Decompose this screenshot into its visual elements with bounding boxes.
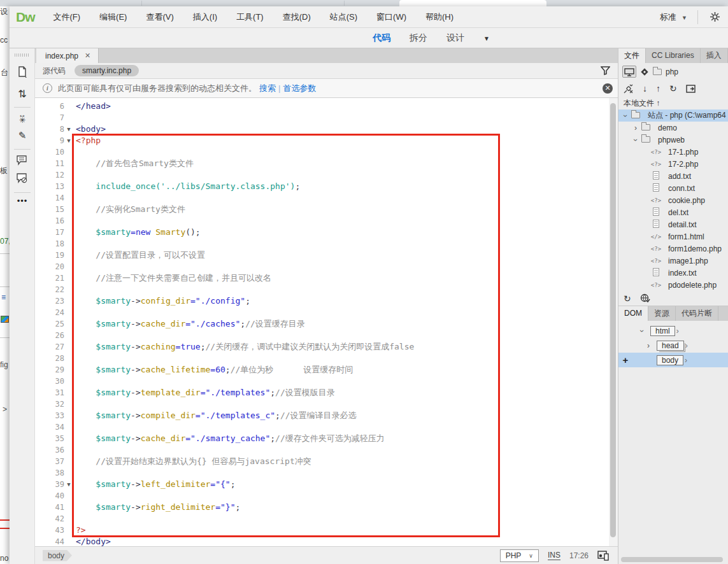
code-line-34[interactable]: 34 xyxy=(35,421,609,433)
panel-tab-cc-libraries[interactable]: CC Libraries xyxy=(646,48,701,63)
language-select[interactable]: PHP ∨ xyxy=(500,549,539,562)
code-line-42[interactable]: 42 xyxy=(35,513,609,525)
file-tree-row[interactable]: detail.txt xyxy=(618,218,728,230)
code-line-41[interactable]: 41 $smarty->right_delimiter="}"; xyxy=(35,502,609,513)
view-tab-code[interactable]: 代码 xyxy=(373,32,390,44)
dom-node-body[interactable]: +body› xyxy=(618,353,728,367)
dreamweaver-logo[interactable]: Dw xyxy=(10,10,44,25)
code-line-32[interactable]: 32 xyxy=(35,398,609,410)
workspace-switcher[interactable]: 标准▼ xyxy=(653,11,694,23)
code-line-8[interactable]: 8▼<body> xyxy=(35,123,609,135)
panel-horizontal-scrollbar[interactable] xyxy=(621,557,723,562)
file-tree-row[interactable]: </>form1.html xyxy=(618,230,728,243)
close-icon[interactable]: ✕ xyxy=(85,52,90,60)
code-line-9[interactable]: 9▼<?php xyxy=(35,135,609,146)
code-line-12[interactable]: 12 xyxy=(35,169,609,181)
expander-chevron-icon[interactable]: › xyxy=(621,113,630,119)
format-source-icon[interactable]: ✎ xyxy=(10,130,35,141)
expander-chevron-icon[interactable]: › xyxy=(638,328,646,334)
code-line-15[interactable]: 15 //实例化Smarty类文件 xyxy=(35,204,609,215)
code-line-16[interactable]: 16 xyxy=(35,215,609,227)
menu-item-tools[interactable]: 工具(T) xyxy=(227,6,273,28)
apply-comment-icon[interactable] xyxy=(10,155,35,166)
expander-chevron-icon[interactable]: › xyxy=(645,341,652,350)
file-tree-row[interactable]: <?>17-1.php xyxy=(618,146,728,158)
file-tree-row[interactable]: <?>pdodelete.php xyxy=(618,279,728,291)
tag-selector-body[interactable]: body xyxy=(43,550,72,561)
synchronize-icon[interactable]: ↻ xyxy=(669,83,677,94)
code-line-31[interactable]: 31 $smarty->template_dir="./templates";/… xyxy=(35,387,609,398)
file-tree-row[interactable]: conn.txt xyxy=(618,182,728,194)
device-preview-icon[interactable] xyxy=(597,551,609,561)
preview-in-browser-icon[interactable] xyxy=(640,293,650,303)
code-line-25[interactable]: 25 $smarty->cache_dir="./caches";//设置缓存目… xyxy=(35,318,609,330)
file-tree-row[interactable]: del.txt xyxy=(618,206,728,218)
panel-tab-dom[interactable]: DOM xyxy=(618,306,648,321)
code-line-21[interactable]: 21 //注意一下文件夹需要自己创建，并且可以改名 xyxy=(35,272,609,284)
site-folder-select[interactable]: php xyxy=(653,67,678,76)
file-tree-row[interactable]: ›站点 - php (C:\wamp64 xyxy=(618,109,728,122)
tab-index-php[interactable]: index.php ✕ xyxy=(36,48,99,63)
code-line-18[interactable]: 18 xyxy=(35,238,609,250)
view-tab-design[interactable]: 设计 xyxy=(446,32,464,44)
extract-icon[interactable] xyxy=(640,67,649,76)
code-line-22[interactable]: 22 xyxy=(35,284,609,295)
file-tree-row[interactable]: ›phpweb xyxy=(618,134,728,146)
add-element-icon[interactable]: + xyxy=(618,355,632,365)
dom-node-html[interactable]: ›html› xyxy=(618,323,728,338)
preferences-link[interactable]: 首选参数 xyxy=(283,83,316,94)
fold-arrow-icon[interactable]: ▼ xyxy=(64,479,73,490)
code-line-23[interactable]: 23 $smarty->config_dir="./config"; xyxy=(35,295,609,307)
view-tab-split[interactable]: 拆分 xyxy=(410,32,427,44)
toolbar-grip-handle[interactable] xyxy=(15,53,30,57)
editor-scrollbar[interactable] xyxy=(609,98,618,564)
code-line-30[interactable]: 30 xyxy=(35,376,609,387)
menu-item-window[interactable]: 窗口(W) xyxy=(367,6,416,28)
code-view[interactable]: 6</head>78▼<body>9▼<?php1011 //首先包含Smart… xyxy=(35,98,618,564)
close-icon[interactable]: ✕ xyxy=(603,83,613,94)
menu-item-help[interactable]: 帮助(H) xyxy=(416,6,463,28)
code-line-28[interactable]: 28 xyxy=(35,353,609,364)
menu-item-insert[interactable]: 插入(I) xyxy=(183,6,227,28)
code-line-35[interactable]: 35 $smarty->cache_dir="./smarty_cache";/… xyxy=(35,433,609,444)
file-tree-row[interactable]: <?>form1demo.php xyxy=(618,243,728,255)
expander-chevron-icon[interactable]: › xyxy=(632,123,639,132)
code-line-39[interactable]: 39▼ $smarty->left_delimiter="{"; xyxy=(35,479,609,490)
menu-item-view[interactable]: 查看(V) xyxy=(136,6,183,28)
code-line-43[interactable]: 43?> xyxy=(35,525,609,536)
panel-tab-files[interactable]: 文件 xyxy=(618,48,646,63)
code-line-19[interactable]: 19 //设置配置目录，可以不设置 xyxy=(35,250,609,261)
disconnect-icon[interactable] xyxy=(624,83,634,93)
local-files-header[interactable]: 本地文件 ↑ xyxy=(618,97,728,109)
more-tools-icon[interactable]: ••• xyxy=(10,196,35,206)
code-line-29[interactable]: 29 $smarty->cache_lifetime=60;//单位为秒 设置缓… xyxy=(35,364,609,376)
file-tree-row[interactable]: <?>image1.php xyxy=(618,255,728,267)
code-line-40[interactable]: 40 xyxy=(35,490,609,502)
file-tree-row[interactable]: add.txt xyxy=(618,170,728,182)
fold-arrow-icon[interactable]: ▼ xyxy=(64,123,73,135)
server-view-icon[interactable] xyxy=(622,66,636,77)
panel-tab-assets[interactable]: 资源 xyxy=(648,306,676,321)
file-tree-row[interactable]: <?>cookie.php xyxy=(618,194,728,206)
open-documents-icon[interactable] xyxy=(10,66,35,78)
code-line-26[interactable]: 26 xyxy=(35,330,609,341)
updown-arrows-icon[interactable]: ⇅ xyxy=(10,88,35,100)
panel-tab-insert[interactable]: 插入 xyxy=(701,48,728,63)
gear-icon[interactable] xyxy=(702,11,728,22)
code-line-17[interactable]: 17 $smarty=new Smarty(); xyxy=(35,227,609,238)
code-line-38[interactable]: 38 xyxy=(35,467,609,479)
remove-comment-icon[interactable] xyxy=(10,173,35,183)
dom-node-head[interactable]: ›head› xyxy=(618,338,728,353)
code-line-24[interactable]: 24 xyxy=(35,307,609,318)
menu-item-file[interactable]: 文件(F) xyxy=(44,6,90,28)
file-tree-row[interactable]: <?>17-2.php xyxy=(618,158,728,170)
code-line-33[interactable]: 33 $smarty->compile_dir="./templates_c";… xyxy=(35,410,609,421)
code-line-11[interactable]: 11 //首先包含Smarty类文件 xyxy=(35,158,609,169)
menu-item-edit[interactable]: 编辑(E) xyxy=(90,6,136,28)
search-link[interactable]: 搜索 xyxy=(259,83,276,94)
related-file-smarty-inc[interactable]: smarty.inc.php xyxy=(75,65,139,76)
file-tree-row[interactable]: index.txt xyxy=(618,267,728,279)
menu-item-site[interactable]: 站点(S) xyxy=(320,6,367,28)
fold-arrow-icon[interactable]: ▼ xyxy=(64,135,73,146)
code-line-27[interactable]: 27 $smarty->caching=true;//关闭缓存，调试中建议关闭默… xyxy=(35,341,609,353)
